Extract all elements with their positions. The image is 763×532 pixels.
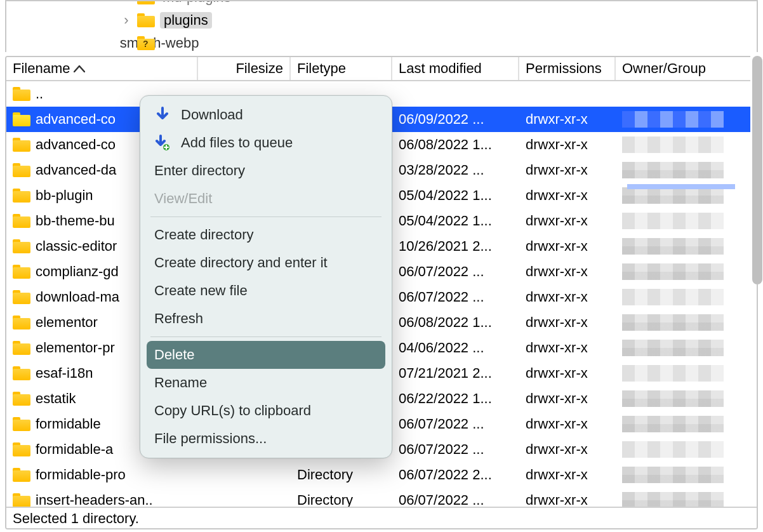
file-permissions: drwxr-xr-x xyxy=(526,314,588,331)
owner-redacted xyxy=(622,365,724,382)
owner-redacted xyxy=(622,416,724,432)
owner-redacted xyxy=(622,238,724,255)
file-permissions: drwxr-xr-x xyxy=(526,263,588,280)
column-header-label: Filetype xyxy=(297,60,346,77)
menu-label: Enter directory xyxy=(154,163,245,179)
file-permissions: drwxr-xr-x xyxy=(526,162,588,178)
column-header-label: Owner/Group xyxy=(622,60,706,77)
file-name: classic-editor xyxy=(36,238,117,255)
folder-icon xyxy=(13,290,30,304)
owner-redacted xyxy=(622,136,724,153)
vertical-scrollbar[interactable] xyxy=(750,56,763,284)
file-modified: 07/21/2021 2... xyxy=(399,365,492,382)
menu-file-permissions[interactable]: File permissions... xyxy=(140,425,392,453)
menu-refresh[interactable]: Refresh xyxy=(140,305,392,333)
file-name: download-ma xyxy=(36,289,119,305)
column-header-label: Last modified xyxy=(399,60,482,77)
menu-download[interactable]: Download xyxy=(140,101,392,129)
folder-icon: ? xyxy=(137,36,155,50)
menu-label: Create new file xyxy=(154,283,248,299)
file-modified: 06/07/2022 2... xyxy=(399,467,492,483)
menu-rename[interactable]: Rename xyxy=(140,369,392,397)
file-name: advanced-da xyxy=(36,162,116,178)
file-name: complianz-gd xyxy=(36,263,119,280)
file-permissions: drwxr-xr-x xyxy=(526,441,588,458)
file-type: Directory xyxy=(297,467,353,483)
menu-create-directory-enter[interactable]: Create directory and enter it xyxy=(140,249,392,277)
owner-redacted xyxy=(622,492,724,508)
folder-icon xyxy=(13,468,30,482)
column-header-modified[interactable]: Last modified xyxy=(392,57,519,80)
file-modified: 06/09/2022 ... xyxy=(399,111,484,128)
file-type: Directory xyxy=(297,492,353,508)
file-name: .. xyxy=(36,86,43,102)
tree-item-selected[interactable]: › plugins xyxy=(6,9,757,32)
context-menu: Download Add files to queue Enter direct… xyxy=(140,95,392,458)
menu-label: View/Edit xyxy=(154,190,212,207)
directory-tree[interactable]: ? mu-plugins › plugins ? smush-webp smus… xyxy=(5,0,758,52)
owner-redacted xyxy=(622,213,724,229)
menu-delete[interactable]: Delete xyxy=(147,341,385,369)
menu-create-file[interactable]: Create new file xyxy=(140,277,392,305)
file-modified: 06/22/2022 1... xyxy=(399,390,492,407)
file-name: insert-headers-an.. xyxy=(36,492,153,508)
table-row[interactable]: formidable-proDirectory06/07/2022 2...dr… xyxy=(6,462,757,488)
file-modified: 06/07/2022 ... xyxy=(399,441,484,458)
owner-redacted xyxy=(622,314,724,331)
tree-item[interactable]: ? mu-plugins xyxy=(6,0,757,9)
file-modified: 06/07/2022 ... xyxy=(399,492,484,508)
file-permissions: drwxr-xr-x xyxy=(526,136,588,153)
file-permissions: drwxr-xr-x xyxy=(526,390,588,407)
folder-icon xyxy=(13,366,30,380)
file-name: bb-theme-bu xyxy=(36,213,115,229)
file-permissions: drwxr-xr-x xyxy=(526,416,588,432)
owner-redacted xyxy=(622,111,724,128)
tree-item[interactable]: ? smush-webp smush-webp xyxy=(6,32,757,52)
table-row[interactable]: insert-headers-an..Directory06/07/2022 .… xyxy=(6,488,757,508)
file-permissions: drwxr-xr-x xyxy=(526,289,588,305)
download-plus-icon xyxy=(154,135,171,151)
owner-redacted xyxy=(622,162,724,178)
folder-icon xyxy=(13,316,30,329)
file-name: advanced-co xyxy=(36,111,116,128)
file-modified: 06/07/2022 ... xyxy=(399,289,484,305)
menu-separator xyxy=(150,216,382,217)
menu-label: File permissions... xyxy=(154,430,267,447)
menu-separator xyxy=(150,336,382,337)
folder-icon xyxy=(13,417,30,431)
menu-create-directory[interactable]: Create directory xyxy=(140,221,392,249)
file-modified: 05/04/2022 1... xyxy=(399,187,492,204)
file-modified: 06/07/2022 ... xyxy=(399,263,484,280)
column-header-owner[interactable]: Owner/Group xyxy=(616,57,734,80)
menu-label: Copy URL(s) to clipboard xyxy=(154,402,311,419)
menu-copy-url[interactable]: Copy URL(s) to clipboard xyxy=(140,397,392,425)
download-icon xyxy=(154,107,171,123)
folder-icon xyxy=(13,265,30,279)
file-modified: 03/28/2022 ... xyxy=(399,162,484,178)
file-modified: 05/04/2022 1... xyxy=(399,213,492,229)
file-name: formidable-pro xyxy=(36,467,126,483)
menu-label: Rename xyxy=(154,375,207,391)
folder-icon xyxy=(13,493,30,507)
folder-icon xyxy=(13,239,30,253)
selection-underline xyxy=(627,184,735,189)
column-header-filetype[interactable]: Filetype xyxy=(291,57,392,80)
folder-icon xyxy=(137,13,155,27)
scroll-thumb[interactable] xyxy=(752,56,762,284)
menu-enter-directory[interactable]: Enter directory xyxy=(140,157,392,185)
menu-label: Create directory and enter it xyxy=(154,255,328,271)
chevron-right-icon[interactable]: › xyxy=(121,12,132,29)
owner-redacted xyxy=(622,289,724,305)
menu-label: Refresh xyxy=(154,310,203,327)
menu-add-to-queue[interactable]: Add files to queue xyxy=(140,129,392,157)
column-header-row: Filename Filesize Filetype Last modified… xyxy=(6,57,757,81)
tree-item-label: mu-plugins xyxy=(163,0,231,6)
folder-icon xyxy=(13,341,30,355)
file-permissions: drwxr-xr-x xyxy=(526,340,588,356)
owner-redacted xyxy=(622,467,724,483)
column-header-filename[interactable]: Filename xyxy=(6,57,198,80)
file-permissions: drwxr-xr-x xyxy=(526,365,588,382)
folder-icon xyxy=(13,112,30,126)
column-header-filesize[interactable]: Filesize xyxy=(198,57,291,80)
column-header-permissions[interactable]: Permissions xyxy=(519,57,616,80)
